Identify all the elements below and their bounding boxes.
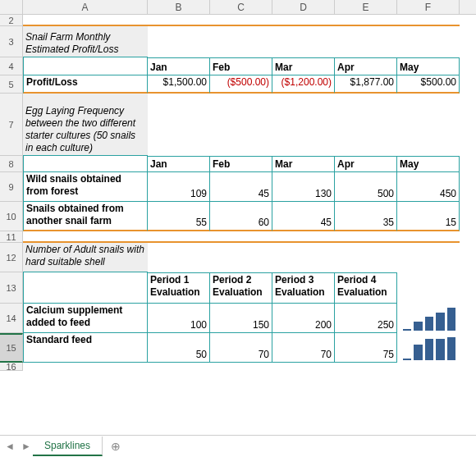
section1-month-mar[interactable]: Mar <box>272 57 335 75</box>
row-header-11[interactable]: 11 <box>0 231 23 243</box>
section2-title[interactable]: Egg Laying Frequency between the two dif… <box>23 94 148 156</box>
row-header-2[interactable]: 2 <box>0 15 23 26</box>
cell[interactable] <box>148 243 210 272</box>
col-header-E[interactable]: E <box>335 0 397 14</box>
cell[interactable] <box>272 243 335 272</box>
section2-row1-may[interactable]: 450 <box>397 172 460 202</box>
cell[interactable] <box>210 15 272 26</box>
cell[interactable] <box>397 15 460 26</box>
cell[interactable] <box>23 231 148 243</box>
cell[interactable] <box>23 156 148 172</box>
cell[interactable] <box>335 363 397 371</box>
section2-month-feb[interactable]: Feb <box>210 156 272 172</box>
section3-row1-p2[interactable]: 150 <box>210 304 272 333</box>
cell[interactable] <box>148 363 210 371</box>
col-header-A[interactable]: A <box>23 0 148 14</box>
row-header-4[interactable]: 4 <box>0 57 23 75</box>
section1-month-jan[interactable]: Jan <box>148 57 210 75</box>
section1-row-label[interactable]: Profit/Loss <box>23 75 148 94</box>
section2-month-may[interactable]: May <box>397 156 460 172</box>
section3-row1-p4[interactable]: 250 <box>335 304 397 333</box>
col-header-F[interactable]: F <box>397 0 460 14</box>
section2-row1-feb[interactable]: 45 <box>210 172 272 202</box>
section1-val-feb[interactable]: ($500.00) <box>210 75 272 94</box>
cell[interactable] <box>335 15 397 26</box>
cell[interactable] <box>148 26 210 57</box>
cell[interactable] <box>148 94 210 156</box>
section3-row2-p4[interactable]: 75 <box>335 333 397 363</box>
section2-row1-jan[interactable]: 109 <box>148 172 210 202</box>
cell[interactable] <box>23 15 148 26</box>
section1-month-apr[interactable]: Apr <box>335 57 397 75</box>
cell[interactable] <box>210 231 272 243</box>
section3-period4[interactable]: Period 4 Evaluation <box>335 272 397 304</box>
section3-row2-p2[interactable]: 70 <box>210 333 272 363</box>
section3-row1-label[interactable]: Calcium supplement added to feed <box>23 304 148 333</box>
cell[interactable] <box>397 94 460 156</box>
row-header-13[interactable]: 13 <box>0 272 23 304</box>
row-header-3[interactable]: 3 <box>0 26 23 57</box>
cell[interactable] <box>335 243 397 272</box>
cell[interactable] <box>272 231 335 243</box>
section3-row2-label[interactable]: Standard feed <box>23 333 148 363</box>
cell[interactable] <box>272 15 335 26</box>
cell[interactable] <box>397 272 460 304</box>
cell[interactable] <box>272 94 335 156</box>
col-header-C[interactable]: C <box>210 0 272 14</box>
section3-row1-p3[interactable]: 200 <box>272 304 335 333</box>
section1-month-feb[interactable]: Feb <box>210 57 272 75</box>
section3-row2-p1[interactable]: 50 <box>148 333 210 363</box>
add-sheet-button[interactable]: ⊕ <box>103 436 129 456</box>
col-header-D[interactable]: D <box>272 0 335 14</box>
cell[interactable] <box>335 26 397 57</box>
section2-row2-may[interactable]: 15 <box>397 202 460 231</box>
section2-row2-apr[interactable]: 35 <box>335 202 397 231</box>
section3-period2[interactable]: Period 2 Evaluation <box>210 272 272 304</box>
cell[interactable] <box>272 26 335 57</box>
cell[interactable] <box>210 26 272 57</box>
row-header-14[interactable]: 14 <box>0 304 23 333</box>
section3-row2-p3[interactable]: 70 <box>272 333 335 363</box>
section1-val-may[interactable]: $500.00 <box>397 75 460 94</box>
tab-nav-arrows[interactable]: ◄ ► <box>0 441 33 452</box>
section2-row1-apr[interactable]: 500 <box>335 172 397 202</box>
cell[interactable] <box>397 243 460 272</box>
col-header-B[interactable]: B <box>148 0 210 14</box>
row-header-7[interactable]: 7 <box>0 94 23 156</box>
section2-month-mar[interactable]: Mar <box>272 156 335 172</box>
row-header-16[interactable]: 16 <box>0 363 23 371</box>
section1-title[interactable]: Snail Farm Monthly Estimated Profit/Loss <box>23 26 148 57</box>
cell[interactable] <box>23 272 148 304</box>
section3-period3[interactable]: Period 3 Evaluation <box>272 272 335 304</box>
section2-month-apr[interactable]: Apr <box>335 156 397 172</box>
sheet-tab-sparklines[interactable]: Sparklines <box>33 436 103 456</box>
cell[interactable] <box>397 363 460 371</box>
cell[interactable] <box>210 243 272 272</box>
row-header-9[interactable]: 9 <box>0 172 23 202</box>
cell[interactable] <box>148 231 210 243</box>
section1-val-apr[interactable]: $1,877.00 <box>335 75 397 94</box>
cell[interactable] <box>210 94 272 156</box>
row-header-12[interactable]: 12 <box>0 243 23 272</box>
section2-month-jan[interactable]: Jan <box>148 156 210 172</box>
cell[interactable] <box>148 15 210 26</box>
cell[interactable] <box>397 231 460 243</box>
section2-row2-feb[interactable]: 60 <box>210 202 272 231</box>
section2-row2-label[interactable]: Snails obtained from another snail farm <box>23 202 148 231</box>
row-header-10[interactable]: 10 <box>0 202 23 231</box>
section2-row2-jan[interactable]: 55 <box>148 202 210 231</box>
cell[interactable] <box>335 231 397 243</box>
row-header-5[interactable]: 5 <box>0 75 23 94</box>
section3-row1-p1[interactable]: 100 <box>148 304 210 333</box>
sparkline-row2[interactable] <box>397 333 460 363</box>
section2-row1-label[interactable]: Wild snails obtained from forest <box>23 172 148 202</box>
section2-row1-mar[interactable]: 130 <box>272 172 335 202</box>
cell[interactable] <box>397 26 460 57</box>
section2-row2-mar[interactable]: 45 <box>272 202 335 231</box>
section3-title[interactable]: Number of Adult snails with hard suitabl… <box>23 243 148 272</box>
sparkline-row1[interactable] <box>397 304 460 333</box>
cell[interactable] <box>23 363 148 371</box>
select-all-corner[interactable] <box>0 0 23 14</box>
row-header-15[interactable]: 15 <box>0 333 23 363</box>
row-header-8[interactable]: 8 <box>0 156 23 172</box>
